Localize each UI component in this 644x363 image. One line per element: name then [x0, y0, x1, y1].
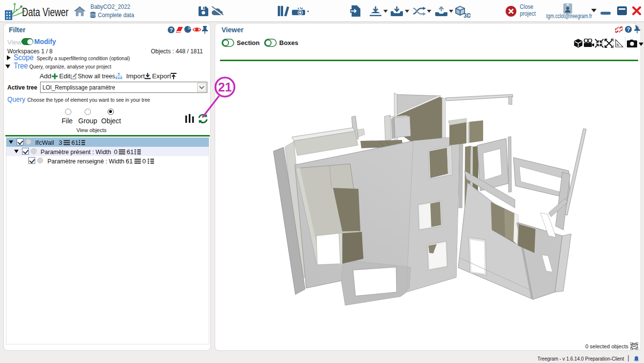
- svg-text:?: ?: [627, 26, 630, 32]
- svg-text:?: ?: [170, 27, 173, 33]
- svg-text:21: 21: [218, 80, 232, 94]
- svg-text:3D: 3D: [464, 12, 470, 18]
